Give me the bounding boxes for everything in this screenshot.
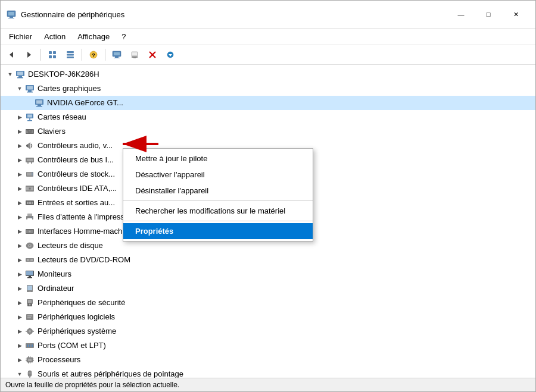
tree-peripheriques-logiciels[interactable]: ▶ Périphériques logiciels (1, 310, 535, 324)
svg-rect-12 (67, 57, 74, 58)
svg-rect-1 (8, 12, 14, 15)
expand-ordinateur[interactable]: ▶ (15, 284, 24, 293)
expand-files-attente[interactable]: ▶ (15, 212, 24, 222)
tree-moniteurs[interactable]: ▶ Moniteurs (1, 267, 535, 281)
help-button[interactable]: ? (85, 47, 102, 62)
expand-controleurs-audio[interactable]: ▶ (15, 141, 24, 150)
toggle-button[interactable] (62, 47, 79, 62)
svg-point-92 (29, 304, 31, 306)
expand-interfaces-homme[interactable]: ▶ (15, 227, 24, 236)
svg-rect-100 (26, 331, 27, 332)
close-button[interactable]: ✕ (502, 5, 529, 23)
svg-rect-105 (32, 344, 33, 347)
expand-controleurs-stock[interactable]: ▶ (15, 170, 24, 179)
svg-rect-3 (8, 18, 14, 18)
menu-help[interactable]: ? (116, 30, 132, 43)
svg-rect-2 (10, 17, 13, 18)
svg-rect-87 (27, 286, 32, 290)
svg-rect-70 (27, 214, 32, 216)
maximize-button[interactable]: □ (475, 5, 502, 23)
tree-processeurs[interactable]: ▶ (1, 353, 535, 367)
controleurs-audio-label: Contrôleurs audio, v... (38, 139, 113, 152)
svg-rect-33 (28, 90, 32, 92)
forward-button[interactable] (21, 47, 38, 62)
svg-rect-49 (28, 132, 32, 133)
souris-label: Souris et autres périphériques de pointa… (38, 368, 183, 378)
scan-button[interactable] (126, 47, 143, 62)
expand-moniteurs[interactable]: ▶ (15, 269, 24, 279)
expand-processeurs[interactable]: ▶ (15, 355, 24, 365)
toolbar: ? (1, 45, 535, 65)
window-controls: — □ ✕ (447, 5, 529, 23)
minimize-button[interactable]: — (447, 5, 475, 23)
expand-controleurs-ide[interactable]: ▶ (15, 184, 24, 193)
expand-cartes-reseau[interactable]: ▶ (15, 112, 24, 122)
svg-rect-99 (29, 334, 30, 335)
svg-rect-90 (28, 300, 32, 303)
ordinateur-label: Ordinateur (38, 282, 74, 295)
svg-rect-84 (29, 276, 31, 277)
processeurs-label: Processeurs (38, 353, 80, 366)
svg-point-97 (29, 330, 31, 333)
separator-1 (40, 49, 41, 61)
status-bar: Ouvre la feuille de propriétés pour la s… (1, 378, 535, 391)
expand-lecteurs-dvd[interactable]: ▶ (15, 255, 24, 265)
cpu-icon (24, 355, 35, 365)
menu-action[interactable]: Action (38, 30, 71, 43)
overview-button[interactable] (44, 47, 61, 62)
ctx-disable-device[interactable]: Désactiver l'appareil (123, 167, 313, 183)
svg-rect-6 (49, 51, 52, 54)
svg-rect-103 (27, 344, 28, 347)
expand-lecteurs-disque[interactable]: ▶ (15, 241, 24, 250)
separator-2 (82, 49, 82, 61)
svg-rect-112 (28, 356, 29, 357)
expand-souris[interactable]: ▼ (15, 369, 24, 378)
back-button[interactable] (3, 47, 20, 62)
moniteurs-label: Moniteurs (38, 268, 71, 281)
lecteurs-disque-label: Lecteurs de disque (38, 239, 103, 252)
menu-affichage[interactable]: Affichage (71, 30, 116, 43)
svg-rect-109 (26, 360, 27, 361)
tree-peripheriques-securite[interactable]: ▶ Périphériques de sécurité (1, 296, 535, 310)
ctx-properties[interactable]: Propriétés (123, 223, 313, 239)
tree-nvidia[interactable]: NVIDIA GeForce GT... (1, 96, 535, 110)
expand-cartes-graphiques[interactable]: ▼ (15, 84, 24, 93)
ctx-scan-changes[interactable]: Rechercher les modifications sur le maté… (123, 203, 313, 219)
expand-peripheriques-securite[interactable]: ▶ (15, 298, 24, 308)
ports-icon (24, 341, 35, 350)
tree-souris[interactable]: ▼ Souris et autres périphériques de poin… (1, 367, 535, 378)
tree-peripheriques-systeme[interactable]: ▶ Périphériques système (1, 324, 535, 338)
svg-rect-47 (30, 131, 31, 131)
update-button[interactable] (162, 47, 179, 62)
menu-fichier[interactable]: Fichier (3, 30, 38, 43)
expand-entrees-sorties[interactable]: ▶ (15, 198, 24, 208)
tree-cartes-graphiques[interactable]: ▼ Cartes graphiques (1, 81, 535, 96)
ctx-update-driver[interactable]: Mettre à jour le pilote (123, 150, 313, 167)
tree-lecteurs-dvd[interactable]: ▶ Lecteurs de DVD/CD-ROM (1, 253, 535, 267)
expand-ports[interactable]: ▶ (15, 341, 24, 350)
expand-claviers[interactable]: ▶ (15, 127, 24, 136)
svg-point-119 (29, 377, 30, 378)
ctx-uninstall-device[interactable]: Désinstaller l'appareil (123, 183, 313, 199)
tree-cartes-reseau[interactable]: ▶ Cartes réseau (1, 110, 535, 124)
svg-point-59 (32, 173, 33, 174)
svg-rect-34 (27, 92, 33, 93)
expand-peripheriques-logiciels[interactable]: ▶ (15, 312, 24, 322)
tree-ports[interactable]: ▶ Ports (COM et LPT) (1, 338, 535, 353)
remove-button[interactable] (144, 47, 161, 62)
network-icon (24, 112, 35, 122)
svg-rect-42 (27, 120, 32, 121)
svg-rect-22 (133, 58, 136, 58)
svg-rect-83 (26, 271, 33, 275)
expand-controleurs-bus[interactable]: ▶ (15, 155, 24, 165)
expand-root[interactable]: ▼ (5, 70, 15, 79)
io-icon (24, 198, 35, 208)
tree-ordinateur[interactable]: ▶ Ordinateur (1, 281, 535, 296)
svg-rect-53 (27, 159, 33, 161)
expand-peripheriques-systeme[interactable]: ▶ (15, 327, 24, 336)
tree-claviers[interactable]: ▶ Claviers (1, 124, 535, 139)
svg-rect-55 (31, 162, 32, 164)
properties-button[interactable] (108, 47, 125, 62)
svg-point-60 (32, 174, 33, 175)
tree-root[interactable]: ▼ DESKTOP-J6K286H (1, 67, 535, 81)
